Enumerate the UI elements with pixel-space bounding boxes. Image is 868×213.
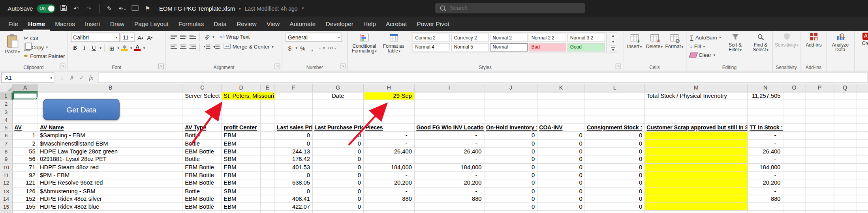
style-chip-normal-3-2[interactable]: Normal 3 2 [567,34,605,42]
cell-A16[interactable] [13,211,38,213]
orientation-button[interactable]: ab [203,33,211,41]
styles-more-button[interactable]: ▾ [609,46,616,52]
insert-cells-button[interactable]: + Insert▾ [626,33,643,50]
cell-P10[interactable] [806,164,834,172]
select-all-corner[interactable] [0,84,13,92]
cell-E12[interactable] [261,179,275,187]
number-format-select[interactable]: General▾ [286,33,342,42]
cell-O13[interactable] [783,187,806,195]
cell-H10[interactable]: 184,000 [364,164,415,172]
cell-F2[interactable] [275,100,313,108]
cell-Q6[interactable] [834,132,856,140]
cell-G12[interactable]: 0 [313,179,364,187]
cell-I3[interactable] [415,108,485,116]
italic-button[interactable]: I [80,44,88,52]
cell-G11[interactable]: 0 [313,172,364,179]
row-header-7[interactable]: 7 [0,140,13,148]
decrease-decimal-button[interactable]: .00→ [327,44,337,52]
cell-G13[interactable]: 0 [313,187,364,195]
cell-P4[interactable] [806,116,834,124]
cell-L14[interactable]: 0 [585,195,645,203]
shape-icon[interactable] [130,5,139,12]
formula-input[interactable] [98,73,868,83]
cell-Q14[interactable] [834,195,856,203]
cell-M6[interactable] [645,132,748,140]
cell-A8[interactable]: 55 [13,148,38,156]
cell-H3[interactable] [364,108,415,116]
row-header-6[interactable]: 6 [0,132,13,140]
cell-A11[interactable]: 92 [13,172,38,179]
row-header-4[interactable]: 4 [0,116,13,124]
autosave-toggle[interactable]: On [37,4,55,13]
cell-H2[interactable] [364,100,415,108]
cell-D15[interactable]: EBM [222,203,261,211]
cell-P15[interactable] [806,203,834,211]
cell-C16[interactable] [183,211,222,213]
cell-P11[interactable] [806,172,834,179]
name-box[interactable]: A1▾ [1,73,54,83]
cell-C1[interactable]: Server Select [183,92,222,100]
cell-L7[interactable]: 0 [585,140,645,148]
cell-F13[interactable]: 0 [275,187,313,195]
align-center-button[interactable] [179,43,187,51]
cell-M9[interactable] [645,156,748,164]
get-data-button[interactable]: Get Data [43,99,119,120]
cell-M16[interactable] [645,211,748,213]
cell-J12[interactable]: 0 [485,179,538,187]
cell-K14[interactable]: 0 [537,195,585,203]
cell-J13[interactable]: 0 [485,187,538,195]
cell-I5[interactable]: Good FG W/o INV Location : [415,124,485,132]
cell-O1[interactable] [783,92,806,100]
cell-N6[interactable]: - [748,132,783,140]
cell-O5[interactable] [783,124,806,132]
cell-I4[interactable] [415,116,485,124]
cell-L12[interactable]: 0 [585,179,645,187]
menu-help[interactable]: Help [359,17,381,31]
cell-F12[interactable]: 638.05 [275,179,313,187]
cell-O12[interactable] [783,179,806,187]
col-header-K[interactable]: K [537,84,585,92]
cell-B5[interactable]: AV Name [38,124,183,132]
cell-L10[interactable]: 0 [585,164,645,172]
cell-O14[interactable] [783,195,806,203]
cell-Q12[interactable] [834,179,856,187]
cell-F9[interactable]: 176.42 [275,156,313,164]
cell-C9[interactable]: Bottle [183,156,222,164]
menu-developer[interactable]: Developer [321,17,359,31]
menu-power-pivot[interactable]: Power Pivot [412,17,455,31]
cell-G14[interactable]: 0 [313,195,364,203]
cell-G9[interactable]: 0 [313,156,364,164]
menu-insert[interactable]: Insert [80,17,105,31]
format-as-table-button[interactable]: Format as Table▾ [380,32,408,54]
row-header-3[interactable]: 3 [0,108,13,116]
row-header-9[interactable]: 9 [0,156,13,164]
cell-N4[interactable] [748,116,783,124]
cell-F10[interactable]: 401.53 [275,164,313,172]
cell-H11[interactable]: - [364,172,415,179]
cell-E9[interactable] [261,156,275,164]
style-chip-normal-2-2[interactable]: Normal 2 2 [529,34,566,42]
cell-P16[interactable] [806,211,834,213]
save-icon[interactable] [59,4,68,12]
cell-C2[interactable] [183,100,222,108]
sort-filter-button[interactable]: Sort & Filter▾ [723,32,748,52]
cell-A14[interactable]: 152 [13,195,38,203]
copy-button[interactable]: Copy▾ [23,43,66,51]
cell-H16[interactable] [364,211,415,213]
cell-C13[interactable]: Bottle [183,187,222,195]
cell-N7[interactable]: - [748,140,783,148]
cell-B14[interactable]: HDPE Ridex 48oz silver [38,195,183,203]
cell-H1[interactable]: 29-Sep [364,92,415,100]
styles-scroll-down-button[interactable]: ▾ [609,39,616,46]
cell-B16[interactable] [38,211,183,213]
cell-O4[interactable] [783,116,806,124]
cell-L11[interactable]: 0 [585,172,645,179]
cell-G1[interactable]: Date [313,92,364,100]
menu-home[interactable]: Home [23,17,50,31]
decrease-indent-button[interactable] [203,43,211,51]
align-top-button[interactable] [169,33,178,41]
cell-Q8[interactable] [834,148,856,156]
cell-O3[interactable] [783,108,806,116]
clear-button[interactable]: Clear▾ [689,51,722,59]
menu-formulas[interactable]: Formulas [173,17,209,31]
